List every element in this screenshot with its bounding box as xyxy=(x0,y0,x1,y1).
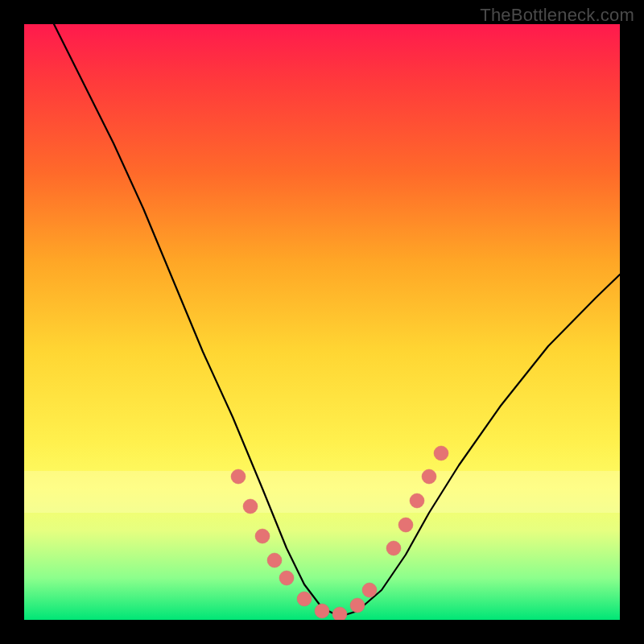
plot-area xyxy=(24,24,620,620)
marker-point xyxy=(297,592,312,606)
bottleneck-curve xyxy=(54,24,620,617)
marker-point xyxy=(398,518,413,532)
marker-point xyxy=(243,499,258,514)
marker-point xyxy=(434,446,448,460)
marker-point xyxy=(279,571,294,585)
marker-point xyxy=(332,607,347,620)
chart-frame: TheBottleneck.com xyxy=(0,0,644,644)
marker-point xyxy=(362,583,377,597)
marker-point xyxy=(267,553,282,568)
curve-layer xyxy=(24,24,620,620)
marker-point xyxy=(350,598,365,613)
marker-point xyxy=(255,529,270,543)
marker-point xyxy=(410,493,424,508)
marker-point xyxy=(422,469,436,484)
marker-point xyxy=(231,469,246,484)
marker-group xyxy=(231,446,448,620)
marker-point xyxy=(315,604,329,618)
watermark-text: TheBottleneck.com xyxy=(480,5,634,26)
marker-point xyxy=(386,541,401,555)
